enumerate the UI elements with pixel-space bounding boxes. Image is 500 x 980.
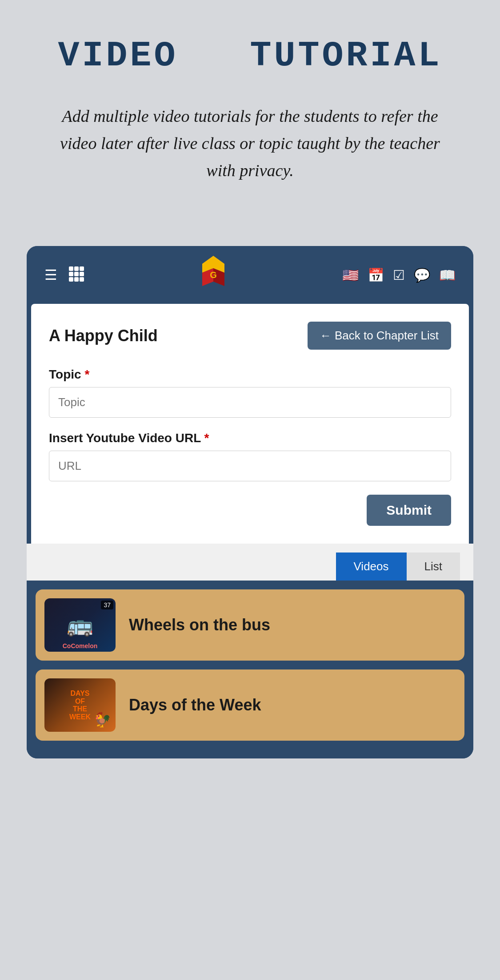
- topic-input[interactable]: [49, 387, 451, 418]
- grid-icon[interactable]: [68, 266, 84, 285]
- back-to-chapter-button[interactable]: ← Back to Chapter List: [308, 322, 451, 350]
- svg-text:G: G: [210, 270, 217, 280]
- nav-right: 🇺🇸 📅 ☑ 💬 📖: [342, 267, 456, 283]
- thumbnail-cocomelon: 🚌 37 CoComelon: [44, 598, 116, 652]
- topic-required-star: *: [84, 367, 89, 381]
- nav-logo: G: [84, 255, 342, 295]
- page-title: VIDEO TUTORIAL: [27, 36, 473, 76]
- topic-label: Topic *: [49, 367, 451, 382]
- flag-icon[interactable]: 🇺🇸: [342, 267, 359, 283]
- tabs-row: Videos List: [31, 544, 469, 581]
- hamburger-icon[interactable]: ☰: [44, 266, 57, 283]
- svg-rect-6: [69, 277, 73, 282]
- navbar: ☰: [27, 246, 473, 304]
- svg-rect-5: [80, 272, 84, 276]
- whatsapp-icon[interactable]: 💬: [414, 267, 430, 283]
- svg-rect-4: [74, 272, 79, 276]
- calendar-icon[interactable]: 📅: [368, 267, 384, 283]
- video-title-2: Days of the Week: [129, 696, 261, 714]
- thumb-badge-1: 37: [101, 601, 113, 609]
- svg-rect-7: [74, 277, 79, 282]
- top-section: VIDEO TUTORIAL Add multiple video tutori…: [0, 0, 500, 246]
- svg-rect-0: [69, 266, 73, 271]
- url-input[interactable]: [49, 451, 451, 481]
- chapter-title: A Happy Child: [49, 327, 158, 345]
- tabs-section: Videos List: [27, 544, 473, 581]
- svg-rect-8: [80, 277, 84, 282]
- video-item-1[interactable]: 🚌 37 CoComelon Wheels on the bus: [36, 589, 464, 661]
- svg-rect-1: [74, 266, 79, 271]
- thumbnail-2: DAYSOFTHEWEEK 🐓: [44, 678, 116, 732]
- url-form-group: Insert Youtube Video URL *: [49, 431, 451, 481]
- svg-rect-3: [69, 272, 73, 276]
- svg-rect-2: [80, 266, 84, 271]
- video-list: 🚌 37 CoComelon Wheels on the bus DAYSOFT…: [27, 581, 473, 758]
- form-actions: Submit: [49, 495, 451, 526]
- check-icon[interactable]: ☑: [393, 267, 405, 283]
- title-video: VIDEO: [58, 36, 178, 76]
- nav-left: ☰: [44, 266, 84, 285]
- tab-videos[interactable]: Videos: [336, 553, 407, 581]
- video-title-1: Wheels on the bus: [129, 616, 270, 634]
- thumb-brand-1: CoComelon: [47, 642, 113, 649]
- url-label: Insert Youtube Video URL *: [49, 431, 451, 445]
- app-logo: G: [193, 255, 233, 295]
- page-description: Add multiple video tutorials for the stu…: [50, 103, 450, 184]
- title-tutorial: TUTORIAL: [250, 36, 442, 76]
- app-container: ☰: [27, 246, 473, 758]
- card-header: A Happy Child ← Back to Chapter List: [49, 322, 451, 350]
- white-card: A Happy Child ← Back to Chapter List Top…: [31, 304, 469, 544]
- submit-button[interactable]: Submit: [367, 495, 451, 526]
- tab-list[interactable]: List: [407, 553, 460, 581]
- book-icon[interactable]: 📖: [439, 267, 456, 283]
- thumbnail-days: DAYSOFTHEWEEK 🐓: [44, 678, 116, 732]
- video-item-2[interactable]: DAYSOFTHEWEEK 🐓 Days of the Week: [36, 669, 464, 741]
- thumbnail-1: 🚌 37 CoComelon: [44, 598, 116, 652]
- topic-form-group: Topic *: [49, 367, 451, 418]
- url-required-star: *: [204, 431, 209, 445]
